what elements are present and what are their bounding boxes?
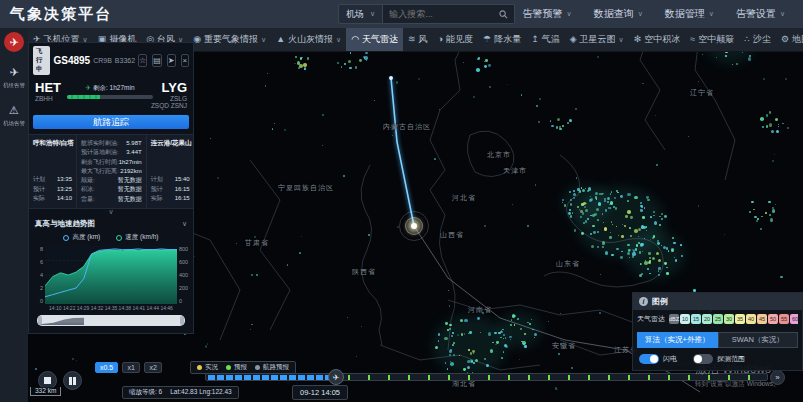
toolbar-item-卫星云图[interactable]: ◈卫星云图∨ bbox=[565, 28, 629, 51]
flight-info-row: 颠簸:暂无数据 bbox=[81, 176, 142, 185]
echo-dot bbox=[366, 59, 367, 60]
timeline-played-segment bbox=[226, 375, 233, 380]
echo-dot bbox=[642, 83, 643, 84]
echo-dot bbox=[272, 128, 274, 130]
toolbar-item-风[interactable]: ≋风 bbox=[403, 28, 433, 51]
echo-dot bbox=[608, 207, 610, 209]
airport-alert-icon: ⚠ bbox=[9, 104, 19, 117]
echo-dot bbox=[590, 233, 592, 235]
echo-dot bbox=[494, 332, 496, 334]
menu-数据查询[interactable]: 数据查询∨ bbox=[594, 7, 643, 21]
chart-plot-area bbox=[45, 246, 177, 304]
echo-dot bbox=[473, 362, 474, 363]
pin-icon[interactable]: ➤ bbox=[167, 54, 176, 67]
legend-高度 (km)[interactable]: 高度 (km) bbox=[63, 233, 100, 242]
map-statusbar: 缩放等级: 6 Lat:42.83 Lng:122.43 bbox=[122, 386, 239, 399]
y-left-tick: 2 bbox=[35, 285, 43, 291]
fuel-info-column: 航班实时剩油:5.98T预计落地剩油:3.44T剩余飞行时间:1h27min最大… bbox=[76, 135, 147, 208]
brush-right-handle[interactable] bbox=[180, 316, 184, 325]
aircraft-type: CR9B bbox=[93, 57, 112, 64]
echo-dot bbox=[356, 356, 357, 357]
toolbar-item-重要气象情报[interactable]: ◉重要气象情报∨ bbox=[188, 28, 271, 51]
toolbar-item-沙尘[interactable]: ∴沙尘 bbox=[739, 28, 776, 51]
search-input[interactable] bbox=[389, 9, 489, 19]
speed-button-x2[interactable]: x2 bbox=[144, 362, 162, 373]
echo-dot bbox=[772, 209, 775, 212]
sidebar-item-机组告警[interactable]: ✈机组告警 bbox=[2, 66, 26, 90]
flight-status-badge: 飞行中 bbox=[33, 46, 50, 75]
dbz-segment-15: 15 bbox=[691, 314, 701, 324]
chevron-down-icon[interactable]: ∨ bbox=[182, 220, 187, 228]
flight-info-row: 预计落地剩油:3.44T bbox=[81, 148, 142, 157]
timeline-played-segment bbox=[244, 375, 251, 380]
menu-数据管理[interactable]: 数据管理∨ bbox=[665, 7, 714, 21]
airline-logo: ✈ bbox=[4, 32, 24, 52]
legend-panel-header: i 图例 bbox=[633, 293, 802, 310]
legend-速度 (km/h)[interactable]: 速度 (km/h) bbox=[116, 233, 158, 242]
menu-告警预警[interactable]: 告警预警∨ bbox=[523, 7, 572, 21]
menu-告警设置[interactable]: 告警设置∨ bbox=[736, 7, 785, 21]
flight-panel-header: 飞行中 GS4895 CR9B B3362 ☆ ▤ ➤ × bbox=[29, 43, 193, 78]
sidebar-item-机场告警[interactable]: ⚠机场告警 bbox=[2, 104, 26, 128]
map-label-山西省: 山西省 bbox=[440, 230, 464, 240]
echo-dot bbox=[484, 65, 487, 68]
toggle-探测范围[interactable]: 探测范围 bbox=[693, 354, 745, 364]
toolbar-item-火山灰情报[interactable]: ▲火山灰情报∨ bbox=[271, 28, 346, 51]
y-left-tick: 6 bbox=[35, 259, 43, 265]
close-icon[interactable]: × bbox=[181, 54, 189, 67]
map-label-山东省: 山东省 bbox=[556, 259, 580, 269]
search-category-select[interactable]: 机场 ∨ bbox=[338, 4, 383, 24]
toolbar-item-地图设置[interactable]: ⚙地图设置 bbox=[776, 28, 803, 51]
chart-brush-slider[interactable] bbox=[37, 315, 185, 326]
radar-tab-算法（实况+外推）[interactable]: 算法（实况+外推） bbox=[637, 332, 718, 348]
echo-dot bbox=[644, 207, 645, 208]
toolbar-item-label: 风 bbox=[419, 33, 428, 46]
info-value: 5.98T bbox=[126, 139, 141, 148]
echo-dot bbox=[640, 209, 642, 211]
timeline-forecast-tick bbox=[668, 375, 670, 380]
arr-time-row: 预计16:15 bbox=[151, 185, 190, 195]
radar-tab-SWAN（实况）[interactable]: SWAN（实况） bbox=[718, 332, 799, 348]
report-icon[interactable]: ▤ bbox=[152, 54, 162, 67]
y-axis-left: 86420 bbox=[35, 246, 45, 304]
toolbar-item-空中积冰[interactable]: ✻空中积冰 bbox=[629, 28, 686, 51]
echo-dot bbox=[616, 226, 617, 227]
toolbar-item-降水量[interactable]: ☂降水量 bbox=[478, 28, 526, 51]
echo-dot bbox=[761, 216, 762, 217]
echo-dot bbox=[364, 56, 368, 60]
echo-dot bbox=[524, 345, 526, 347]
aircraft-position-marker[interactable] bbox=[399, 211, 429, 241]
info-value: 暂无数据 bbox=[118, 185, 142, 194]
echo-dot bbox=[640, 244, 643, 247]
toolbar-item-空中颠簸[interactable]: ≈空中颠簸 bbox=[685, 28, 739, 51]
favorite-star-icon[interactable]: ☆ bbox=[138, 54, 147, 67]
y-right-tick: 0 bbox=[179, 298, 187, 304]
info-value: 暂无数据 bbox=[118, 195, 142, 204]
echo-dot bbox=[444, 337, 447, 340]
chevron-down-icon: ∨ bbox=[261, 36, 266, 44]
echo-dot bbox=[672, 237, 674, 239]
legend-toggles: 闪电探测范围 bbox=[633, 350, 802, 370]
map-label-内蒙古自治区: 内蒙古自治区 bbox=[383, 122, 431, 132]
departure-airport-name: 呼和浩特/白塔 bbox=[33, 139, 72, 148]
speed-button-x0.5[interactable]: x0.5 bbox=[95, 362, 118, 373]
echo-dot bbox=[655, 115, 656, 116]
y-right-tick: 800 bbox=[179, 246, 187, 252]
toolbar-item-天气雷达[interactable]: ◠天气雷达 bbox=[346, 28, 403, 51]
toolbar-item-能见度[interactable]: ◑能见度 bbox=[433, 28, 478, 51]
echo-dot bbox=[604, 227, 607, 230]
toggle-闪电[interactable]: 闪电 bbox=[639, 354, 677, 364]
timeline-playhead-handle[interactable]: ✈ bbox=[328, 369, 344, 385]
search-icon[interactable] bbox=[499, 10, 508, 19]
toolbar-item-气温[interactable]: ↥气温 bbox=[526, 28, 565, 51]
timeline-legend-预报: 预报 bbox=[226, 363, 247, 372]
toggle-switch[interactable] bbox=[639, 354, 659, 364]
pause-button[interactable] bbox=[63, 371, 82, 390]
timeline-track[interactable]: ✈ bbox=[205, 373, 768, 381]
echo-dot bbox=[445, 322, 448, 325]
brush-left-handle[interactable] bbox=[38, 316, 42, 325]
route-tracking-button[interactable]: 航路追踪 bbox=[33, 115, 189, 129]
toggle-switch[interactable] bbox=[693, 354, 713, 364]
legend-label: 实况 bbox=[205, 363, 218, 372]
speed-button-x1[interactable]: x1 bbox=[122, 362, 140, 373]
